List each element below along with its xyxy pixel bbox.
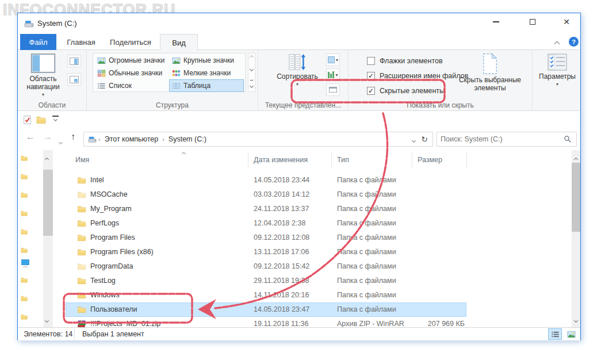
hide-selected-items-button[interactable]: Скрыть выбранные элементы [452, 53, 528, 92]
scroll-down-icon[interactable] [575, 314, 577, 324]
checkbox[interactable]: ✓ [367, 72, 375, 80]
view-mode-item[interactable]: Огромные значки [94, 54, 169, 67]
column-divider[interactable] [331, 152, 332, 167]
preview-pane-button[interactable] [67, 55, 81, 67]
file-name[interactable]: ProgramData [90, 262, 133, 270]
breadcrumb-this-pc[interactable]: Этот компьютер [102, 135, 160, 143]
column-header-name[interactable]: Имя [75, 156, 89, 164]
forward-button[interactable]: → [43, 132, 52, 142]
column-divider[interactable] [248, 152, 248, 167]
file-type: Архив ZIP - WinRAR [337, 320, 404, 327]
large-icons-view-button[interactable] [564, 328, 578, 340]
file-row[interactable]: ProgramData09.12.2018 15:42Папка с файла… [64, 259, 572, 274]
column-header-type[interactable]: Тип [337, 156, 349, 164]
file-row[interactable]: My_Program24.11.2018 13:37Папка с файлам… [64, 202, 572, 216]
view-mode-item[interactable]: Таблица [169, 79, 244, 92]
search-icon[interactable] [564, 135, 572, 143]
file-name[interactable]: !!!Projects_MD_01.zip [90, 320, 160, 327]
title-bar[interactable]: System (C:) ✕ [18, 13, 580, 34]
tab-home[interactable]: Главная [59, 34, 103, 50]
list-scrollbar-thumb[interactable] [572, 163, 580, 232]
status-bar: Элементов: 14 Выбран 1 элемент [18, 327, 580, 340]
tab-share[interactable]: Поделиться [105, 34, 156, 50]
tab-view[interactable]: Вид [160, 34, 198, 51]
file-row[interactable]: Program Files (x86)13.11.2018 17:06Папка… [64, 245, 572, 259]
maximize-button[interactable] [519, 13, 546, 30]
address-bar[interactable]: › Этот компьютер › System (C:) ↻ [83, 132, 433, 147]
file-row[interactable]: TestLog29.11.2018 19:38Папка с файлами [64, 274, 572, 288]
tree-folder-icon[interactable] [20, 277, 28, 283]
tree-folder-icon[interactable] [20, 191, 28, 198]
file-date: 03.03.2018 14:12 [254, 190, 309, 198]
navigation-tree-pane[interactable] [18, 150, 64, 327]
minimize-button[interactable] [483, 13, 509, 30]
search-input[interactable] [437, 135, 564, 143]
details-pane-icon [70, 76, 79, 83]
list-scrollbar[interactable] [572, 150, 580, 327]
collapse-ribbon-button[interactable] [555, 38, 564, 46]
details-view-button[interactable] [548, 328, 562, 340]
layout-scroll-buttons[interactable] [248, 53, 255, 92]
view-mode-item[interactable]: Обычные значки [94, 67, 169, 79]
file-row[interactable]: !!!Projects_MD_01.zip19.11.2018 11:36Арх… [64, 317, 572, 327]
file-row[interactable]: Program Files09.12.2018 12:08Папка с фай… [64, 231, 572, 245]
tree-scrollbar-thumb[interactable] [43, 170, 53, 236]
sort-by-button[interactable]: Сортировать ▾ [274, 53, 320, 89]
file-name[interactable]: My_Program [90, 205, 132, 213]
address-dropdown-button[interactable] [412, 134, 415, 144]
file-name[interactable]: Program Files [90, 233, 135, 242]
file-row[interactable]: Intel14.05.2018 23:44Папка с файлами [64, 173, 572, 187]
size-columns-button[interactable] [326, 83, 340, 96]
tree-folder-icon[interactable] [20, 247, 28, 254]
tree-folder-icon[interactable] [20, 210, 28, 217]
file-name[interactable]: TestLog [90, 277, 116, 285]
tree-folder-icon[interactable] [20, 295, 28, 302]
checkbox[interactable] [367, 57, 375, 65]
tab-file[interactable]: Файл [20, 34, 56, 50]
scroll-up-icon[interactable] [575, 153, 577, 163]
options-button[interactable]: Параметры ▾ [539, 53, 575, 89]
file-name[interactable]: MSOCache [90, 190, 128, 198]
file-row[interactable]: MSOCache03.03.2018 14:12Папка с файлами [64, 187, 572, 202]
view-mode-item[interactable]: Список [94, 79, 169, 92]
group-by-button[interactable]: ▾ [326, 53, 340, 66]
view-mode-item[interactable]: Мелкие значки [169, 67, 244, 79]
back-button[interactable]: ← [26, 132, 35, 142]
column-header-size[interactable]: Размер [418, 156, 442, 164]
view-mode-item[interactable]: Крупные значки [169, 54, 244, 67]
view-mode-label: Список [109, 82, 132, 90]
tree-folder-icon[interactable] [20, 173, 28, 180]
customize-toolbar-button[interactable] [51, 116, 59, 121]
file-name[interactable]: Intel [90, 176, 104, 184]
file-name[interactable]: Program Files (x86) [90, 248, 154, 256]
column-divider[interactable] [466, 152, 467, 167]
column-divider[interactable] [412, 152, 412, 167]
up-button[interactable]: ↑ [71, 132, 75, 142]
tree-scrollbar[interactable] [43, 150, 53, 327]
add-columns-button[interactable]: ▾ [326, 68, 340, 81]
scroll-down-icon[interactable] [45, 314, 48, 324]
close-button[interactable]: ✕ [553, 13, 580, 30]
recent-locations-button[interactable] [59, 136, 62, 146]
properties-icon[interactable] [22, 115, 32, 125]
file-name[interactable]: Windows [90, 291, 120, 299]
breadcrumb-current[interactable]: System (C:) [166, 135, 209, 143]
checkbox[interactable]: ✓ [367, 87, 375, 95]
file-name[interactable]: Пользователи [90, 305, 137, 313]
file-row[interactable]: Windows14.11.2018 20:16Папка с файлами [64, 288, 572, 302]
details-pane-button[interactable] [67, 73, 81, 86]
tree-folder-icon[interactable] [20, 313, 28, 320]
scroll-up-icon[interactable] [45, 153, 48, 163]
file-row[interactable]: PerfLogs12.04.2018 2:38Папка с файлами [64, 216, 572, 231]
tree-folder-icon[interactable] [20, 228, 28, 235]
file-date: 09.12.2018 15:42 [254, 262, 309, 270]
help-button[interactable]: ? [569, 37, 579, 47]
column-header-date[interactable]: Дата изменения [254, 156, 308, 164]
file-name[interactable]: PerfLogs [90, 219, 119, 227]
new-folder-icon[interactable] [36, 115, 46, 125]
tree-this-pc-icon[interactable] [20, 258, 30, 268]
tree-folder-icon[interactable] [20, 155, 28, 162]
refresh-button[interactable]: ↻ [421, 135, 428, 144]
navigation-pane-button[interactable]: Область навигации▾ [22, 53, 64, 99]
file-row[interactable]: Пользователи14.05.2018 23:47Папка с файл… [64, 302, 572, 317]
